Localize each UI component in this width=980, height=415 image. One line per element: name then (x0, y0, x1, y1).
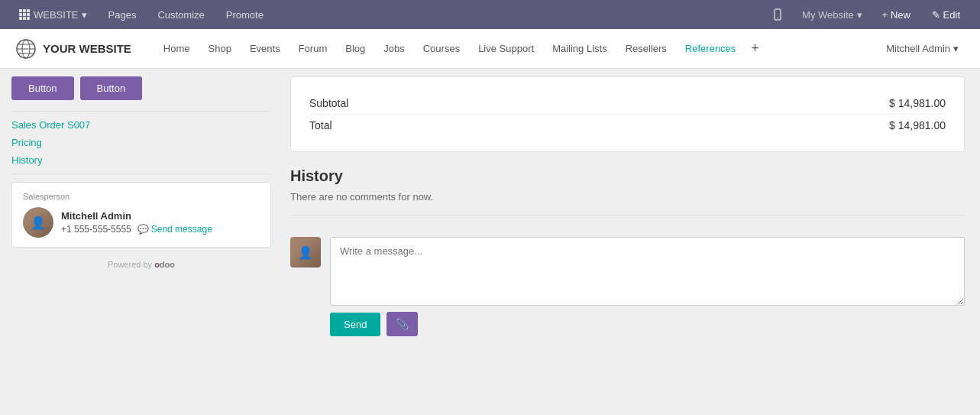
sidebar-links: Sales Order S007 Pricing History (11, 111, 271, 174)
nav-events[interactable]: Events (241, 29, 289, 69)
svg-rect-0 (19, 9, 22, 12)
summary-card: Subtotal $ 14,981.00 Total $ 14,981.00 (290, 76, 965, 152)
nav-live-support[interactable]: Live Support (469, 29, 543, 69)
my-website-chevron-icon: ▾ (857, 9, 862, 21)
history-title: History (290, 167, 965, 185)
edit-button[interactable]: ✎ Edit (921, 0, 971, 29)
my-website-menu[interactable]: My Website ▾ (793, 0, 872, 29)
svg-rect-8 (27, 17, 30, 20)
send-message-link[interactable]: 💬 Send message (137, 224, 212, 235)
nav-references[interactable]: References (676, 29, 745, 69)
salesperson-info: 👤 Mitchell Admin +1 555-555-5555 💬 Send … (23, 207, 260, 238)
sidebar-link-sales-order[interactable]: Sales Order S007 (11, 118, 271, 132)
salesperson-details: Mitchell Admin +1 555-555-5555 💬 Send me… (61, 210, 212, 235)
sidebar-link-pricing[interactable]: Pricing (11, 135, 271, 150)
admin-bar-left: WEBSITE ▾ Pages Customize Promote (9, 0, 762, 29)
nav-jobs[interactable]: Jobs (374, 29, 413, 69)
svg-rect-4 (23, 13, 26, 16)
svg-point-10 (777, 18, 778, 19)
nav-user-menu[interactable]: Mitchell Admin ▾ (880, 43, 965, 54)
nav-add-button[interactable]: + (745, 41, 765, 57)
message-compose: 👤 Send 📎 (290, 237, 965, 336)
logo-text: YOUR WEBSITE (43, 42, 131, 55)
nav-resellers[interactable]: Resellers (616, 29, 676, 69)
nav-mailing-lists[interactable]: Mailing Lists (543, 29, 616, 69)
logo[interactable]: YOUR WEBSITE (15, 38, 131, 60)
odoo-logo: odoo (154, 260, 175, 269)
mobile-icon (771, 8, 784, 21)
content-area: Subtotal $ 14,981.00 Total $ 14,981.00 H… (283, 69, 980, 415)
nav-shop[interactable]: Shop (199, 29, 241, 69)
sidebar-buttons: Button Button (11, 76, 271, 100)
main-layout: Button Button Sales Order S007 Pricing H… (0, 69, 980, 415)
salesperson-card: Salesperson 👤 Mitchell Admin +1 555-555-… (11, 182, 271, 248)
summary-row-total: Total $ 14,981.00 (309, 115, 946, 136)
website-chevron-icon: ▾ (82, 9, 87, 21)
compose-actions: Send 📎 (330, 312, 965, 336)
history-empty-message: There are no comments for now. (290, 191, 965, 203)
nav-forum[interactable]: Forum (289, 29, 337, 69)
powered-by: Powered by odoo (11, 255, 271, 269)
avatar-image: 👤 (23, 207, 53, 238)
salesperson-name: Mitchell Admin (61, 210, 212, 222)
attach-icon: 📎 (396, 318, 409, 330)
svg-rect-1 (23, 9, 26, 12)
svg-rect-7 (23, 17, 26, 20)
sidebar-button-1[interactable]: Button (11, 76, 74, 100)
admin-bar-right: My Website ▾ + New ✎ Edit (762, 0, 971, 29)
subtotal-label: Subtotal (309, 97, 348, 109)
admin-bar: WEBSITE ▾ Pages Customize Promote My Web… (0, 0, 980, 29)
avatar: 👤 (23, 207, 53, 238)
grid-icon (18, 8, 31, 21)
nav-home[interactable]: Home (154, 29, 199, 69)
send-button[interactable]: Send (330, 313, 380, 336)
nav-user-chevron-icon: ▾ (953, 43, 959, 54)
history-divider (290, 215, 965, 216)
subtotal-value: $ 14,981.00 (889, 97, 946, 109)
nav-blog[interactable]: Blog (336, 29, 374, 69)
customize-menu[interactable]: Customize (148, 0, 213, 29)
total-value: $ 14,981.00 (889, 119, 946, 131)
website-label: WEBSITE (34, 9, 79, 21)
compose-box: Send 📎 (330, 237, 965, 336)
message-textarea[interactable] (330, 237, 965, 306)
salesperson-phone: +1 555-555-5555 (61, 224, 131, 235)
sidebar-button-2[interactable]: Button (80, 76, 143, 100)
svg-rect-3 (19, 13, 22, 16)
compose-avatar-image: 👤 (290, 237, 321, 267)
nav-courses[interactable]: Courses (414, 29, 469, 69)
compose-avatar: 👤 (290, 237, 321, 267)
svg-rect-6 (19, 17, 22, 20)
sidebar: Button Button Sales Order S007 Pricing H… (0, 69, 283, 415)
svg-rect-5 (27, 13, 30, 16)
new-button[interactable]: + New (872, 0, 921, 29)
svg-rect-2 (27, 9, 30, 12)
total-label: Total (309, 119, 332, 131)
nav-user-name: Mitchell Admin (886, 43, 950, 54)
promote-menu[interactable]: Promote (217, 0, 273, 29)
chat-icon: 💬 (137, 224, 149, 235)
nav-bar: YOUR WEBSITE Home Shop Events Forum Blog… (0, 29, 980, 69)
attach-button[interactable]: 📎 (387, 312, 418, 336)
summary-row-subtotal: Subtotal $ 14,981.00 (309, 92, 946, 115)
pages-menu[interactable]: Pages (99, 0, 146, 29)
salesperson-phone-row: +1 555-555-5555 💬 Send message (61, 224, 212, 235)
sidebar-link-history[interactable]: History (11, 153, 271, 167)
salesperson-label: Salesperson (23, 192, 260, 201)
nav-links: Home Shop Events Forum Blog Jobs Courses… (154, 29, 880, 69)
history-section: History There are no comments for now. (290, 167, 965, 225)
globe-icon (15, 38, 37, 60)
mobile-preview-button[interactable] (762, 0, 793, 29)
website-menu[interactable]: WEBSITE ▾ (9, 0, 96, 29)
